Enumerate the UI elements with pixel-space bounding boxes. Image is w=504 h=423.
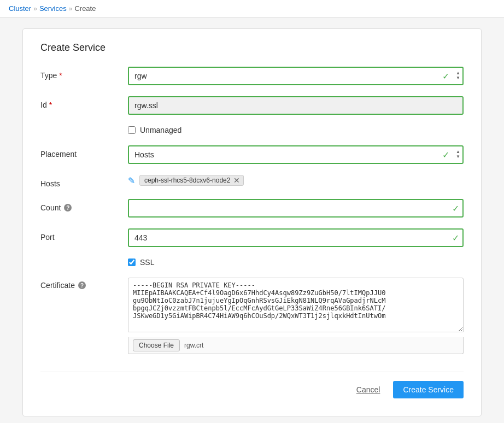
ssl-row: SSL	[128, 258, 464, 267]
breadcrumb-services[interactable]: Services	[39, 4, 67, 13]
choose-file-button[interactable]: Choose File	[133, 339, 180, 351]
card-title: Create Service	[40, 42, 464, 54]
certificate-textarea[interactable]: -----BEGIN RSA PRIVATE KEY----- MIIEpAIB…	[128, 278, 464, 332]
certificate-help-icon[interactable]: ?	[78, 281, 86, 289]
id-label: Id *	[40, 96, 128, 109]
certificate-scrollbar-wrap: -----BEGIN RSA PRIVATE KEY----- MIIEpAIB…	[128, 278, 464, 334]
hosts-tags-row: ✎ ceph-ssl-rhcs5-8dcxv6-node2 ✕	[128, 175, 244, 186]
host-tag: ceph-ssl-rhcs5-8dcxv6-node2 ✕	[139, 175, 244, 186]
port-label: Port	[40, 228, 128, 242]
ssl-checkbox[interactable]	[128, 258, 136, 266]
placement-row: Placement ✓ ▲ ▼	[40, 145, 464, 164]
breadcrumb-sep-1: »	[33, 5, 37, 13]
create-service-card: Create Service Type * ✓ ▲ ▼ Id *	[22, 28, 482, 416]
breadcrumb-sep-2: »	[69, 5, 73, 13]
cancel-button[interactable]: Cancel	[350, 382, 387, 397]
file-name-label: rgw.crt	[184, 342, 203, 349]
id-row: Id *	[40, 96, 464, 115]
type-required: *	[59, 71, 62, 80]
hosts-row-wrap: Hosts ✎ ceph-ssl-rhcs5-8dcxv6-node2 ✕	[40, 175, 464, 188]
count-help-icon[interactable]: ?	[64, 204, 72, 212]
form-footer: Cancel Create Service	[40, 372, 464, 398]
file-choose-row: Choose File rgw.crt	[128, 337, 464, 354]
breadcrumb: Cluster » Services » Create	[0, 0, 504, 17]
id-required: *	[49, 101, 52, 109]
count-control-wrap: ✓	[128, 199, 464, 218]
certificate-row: Certificate ? -----BEGIN RSA PRIVATE KEY…	[40, 278, 464, 354]
type-label: Type *	[40, 67, 128, 80]
type-control-wrap: ✓ ▲ ▼	[128, 67, 464, 85]
id-input[interactable]	[128, 96, 464, 115]
host-tag-remove-button[interactable]: ✕	[233, 177, 240, 184]
type-input[interactable]	[128, 67, 464, 85]
unmanaged-label[interactable]: Unmanaged	[140, 126, 181, 134]
count-input[interactable]	[128, 199, 464, 218]
create-service-button[interactable]: Create Service	[393, 381, 464, 398]
page-wrapper: Create Service Type * ✓ ▲ ▼ Id *	[0, 17, 504, 423]
placement-input[interactable]	[128, 145, 464, 164]
count-label: Count ?	[40, 199, 128, 212]
count-row: Count ? ✓	[40, 199, 464, 218]
host-tag-label: ceph-ssl-rhcs5-8dcxv6-node2	[144, 177, 230, 184]
unmanaged-checkbox[interactable]	[128, 126, 136, 134]
placement-control-wrap: ✓ ▲ ▼	[128, 145, 464, 164]
certificate-label: Certificate ?	[40, 278, 128, 290]
placement-label: Placement	[40, 145, 128, 158]
hosts-label: Hosts	[40, 175, 128, 188]
ssl-label[interactable]: SSL	[140, 258, 154, 267]
unmanaged-row: Unmanaged	[128, 126, 464, 134]
type-row: Type * ✓ ▲ ▼	[40, 67, 464, 85]
port-row: Port ✓	[40, 228, 464, 247]
port-control-wrap: ✓	[128, 228, 464, 247]
certificate-control-wrap: -----BEGIN RSA PRIVATE KEY----- MIIEpAIB…	[128, 278, 464, 354]
hosts-edit-button[interactable]: ✎	[128, 175, 135, 186]
breadcrumb-create: Create	[74, 4, 96, 13]
port-input[interactable]	[128, 228, 464, 247]
breadcrumb-cluster[interactable]: Cluster	[9, 4, 31, 13]
id-control-wrap	[128, 96, 464, 115]
